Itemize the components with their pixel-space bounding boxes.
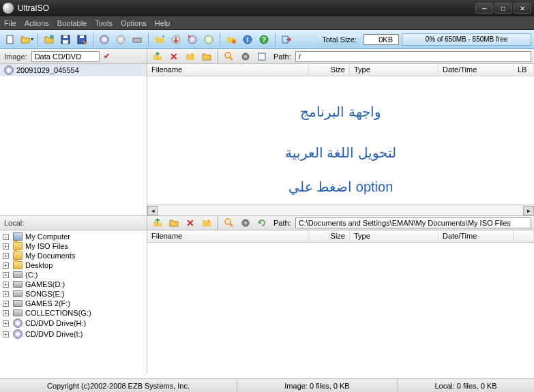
local-tree-item[interactable]: +SONGS(E:) [1, 289, 145, 299]
make-image-button[interactable] [185, 32, 200, 47]
save-button[interactable] [58, 32, 73, 47]
new-button[interactable] [3, 32, 18, 47]
mount-button[interactable] [130, 32, 145, 47]
size-progress: 0% of 650MB - 650MB free [402, 33, 531, 46]
expand-icon[interactable]: + [3, 331, 9, 337]
expand-icon[interactable]: + [3, 291, 9, 297]
local-tree-item[interactable]: +CD/DVD Drive(I:) [1, 329, 145, 340]
local-item-label: (C:) [25, 271, 38, 279]
expand-icon[interactable]: + [3, 262, 9, 269]
local-tree-item[interactable]: +My Documents [1, 251, 145, 260]
image-hscroll[interactable]: ◂ ▸ [147, 205, 534, 215]
add-files-button[interactable]: + [152, 32, 167, 47]
reopen-button[interactable] [42, 32, 57, 47]
expand-icon[interactable]: - [3, 234, 9, 240]
expand-icon[interactable]: + [3, 301, 9, 307]
image-label: Image: [4, 52, 27, 61]
loc-path-input[interactable] [295, 217, 531, 228]
loc-find-button[interactable] [222, 215, 237, 230]
expand-icon[interactable]: + [3, 310, 9, 316]
expand-icon[interactable]: + [3, 320, 9, 327]
maximize-button[interactable]: □ [494, 3, 512, 14]
loc-refresh-button[interactable] [254, 215, 269, 230]
col-filename[interactable]: Filename [147, 230, 309, 242]
status-copyright: Copyright (c)2002-2008 EZB Systems, Inc. [0, 379, 237, 392]
local-tree-item[interactable]: +GAMES 2(F:) [1, 299, 145, 308]
svg-point-1 [50, 35, 54, 39]
open-button[interactable]: ▾ [19, 32, 34, 47]
svg-rect-6 [80, 35, 84, 38]
img-delete-button[interactable]: ✕ [166, 49, 181, 64]
col-filename[interactable]: Filename [147, 64, 309, 76]
img-path-input[interactable] [295, 51, 531, 62]
loc-props-button[interactable] [238, 215, 253, 230]
help-button[interactable]: ? [256, 32, 271, 47]
local-tree-item[interactable]: +Desktop [1, 260, 145, 270]
local-item-label: Desktop [25, 261, 53, 269]
expand-icon[interactable]: + [3, 282, 9, 288]
col-size[interactable]: Size [309, 64, 350, 76]
loc-up-button[interactable] [150, 215, 165, 230]
menu-bootable[interactable]: Bootable [57, 19, 87, 27]
image-tree-root[interactable]: 20091029_045554 [0, 64, 147, 76]
svg-point-16 [232, 40, 236, 44]
overlay-line3: اضغط علي option [147, 179, 534, 195]
info-button[interactable]: i [240, 32, 255, 47]
folder-icon [13, 242, 23, 250]
svg-rect-4 [63, 40, 68, 44]
extract-button[interactable] [168, 32, 183, 47]
menu-file[interactable]: File [4, 19, 16, 27]
check-icon[interactable]: ✔ [104, 52, 110, 61]
scroll-left-icon[interactable]: ◂ [147, 206, 158, 215]
local-tree-item[interactable]: +(C:) [1, 270, 145, 280]
expand-icon[interactable]: + [3, 253, 9, 259]
menu-options[interactable]: Options [121, 19, 147, 27]
local-tree-item[interactable]: +GAMES(D:) [1, 280, 145, 289]
window-title: UltraISO [18, 3, 475, 13]
img-up-button[interactable] [150, 49, 165, 64]
menu-tools[interactable]: Tools [95, 19, 113, 27]
save-as-button[interactable] [74, 32, 89, 47]
loc-open-button[interactable] [166, 215, 181, 230]
local-tree-item[interactable]: +My ISO Files [1, 241, 145, 251]
image-type-dropdown[interactable]: Data CD/DVD [31, 51, 100, 62]
overlay-line2: لتحويل اللغة العربية [147, 145, 534, 161]
col-datetime[interactable]: Date/Time [439, 230, 514, 242]
local-tree-item[interactable]: +COLLECTIONS(G:) [1, 308, 145, 318]
img-props-button[interactable] [238, 49, 253, 64]
minimize-button[interactable]: ─ [475, 3, 493, 14]
col-lb[interactable]: LB [514, 64, 534, 76]
col-type[interactable]: Type [350, 64, 439, 76]
local-item-label: COLLECTIONS(G:) [25, 309, 91, 317]
menu-actions[interactable]: Actions [25, 19, 49, 27]
exit-button[interactable] [279, 32, 294, 47]
expand-icon[interactable]: + [3, 272, 9, 278]
menubar: File Actions Bootable Tools Options Help [0, 16, 534, 30]
app-icon [3, 3, 14, 14]
img-find-button[interactable] [222, 49, 237, 64]
menu-help[interactable]: Help [155, 19, 170, 27]
expand-icon[interactable]: + [3, 243, 9, 250]
local-tree-item[interactable]: +CD/DVD Drive(H:) [1, 318, 145, 329]
img-label-button[interactable] [254, 49, 269, 64]
close-button[interactable]: ✕ [514, 3, 531, 14]
add-folder-button[interactable] [224, 32, 239, 47]
scroll-right-icon[interactable]: ▸ [523, 206, 534, 215]
img-newfolder-button[interactable] [183, 49, 198, 64]
create-cd-button[interactable] [97, 32, 112, 47]
compress-button[interactable] [201, 32, 216, 47]
local-item-label: CD/DVD Drive(I:) [25, 330, 83, 338]
local-file-pane: Filename Size Type Date/Time [147, 230, 534, 374]
local-item-label: GAMES(D:) [25, 280, 65, 288]
loc-newfolder-button[interactable] [199, 215, 214, 230]
loc-delete-button[interactable]: ✕ [183, 215, 198, 230]
disc-icon [13, 318, 23, 328]
img-folder-button[interactable] [199, 49, 214, 64]
local-tree-root[interactable]: - My Computer [1, 232, 145, 241]
col-size[interactable]: Size [309, 230, 350, 242]
drive-icon [13, 281, 23, 288]
burn-button[interactable] [113, 32, 128, 47]
image-file-pane: Filename Size Type Date/Time LB واجهة ال… [147, 64, 534, 215]
col-datetime[interactable]: Date/Time [439, 64, 514, 76]
col-type[interactable]: Type [350, 230, 439, 242]
